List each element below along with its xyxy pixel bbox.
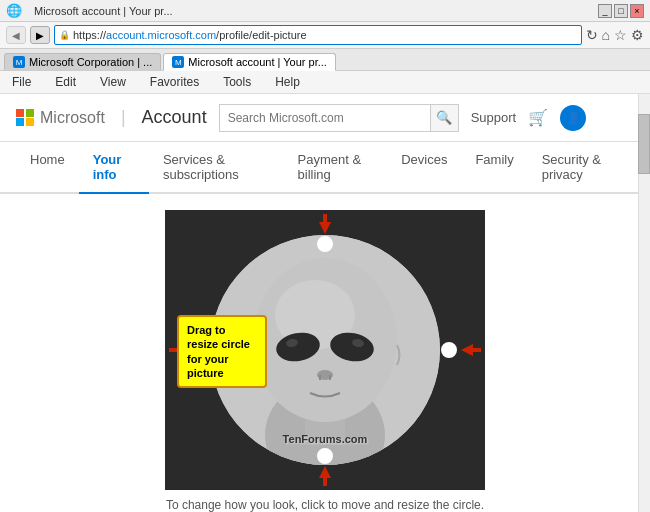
ms-logo-squares — [16, 109, 34, 127]
edit-caption: To change how you look, click to move an… — [166, 498, 484, 512]
logo-sq-green — [26, 109, 34, 117]
menu-bar: File Edit View Favorites Tools Help — [0, 71, 650, 94]
tab-2[interactable]: M Microsoft account | Your pr... — [163, 53, 336, 71]
logo-sq-yellow — [26, 118, 34, 126]
image-edit-container[interactable]: TenForums.com — [165, 210, 485, 490]
scrollbar-thumb[interactable] — [638, 114, 650, 174]
window-title: Microsoft account | Your pr... — [34, 5, 173, 17]
tab-2-label: Microsoft account | Your pr... — [188, 56, 327, 68]
ms-nav: Home Your info Services & subscriptions … — [0, 142, 650, 194]
svg-rect-14 — [323, 478, 327, 486]
tab-1-favicon: M — [13, 56, 25, 68]
watermark-text: TenForums.com — [283, 433, 368, 445]
right-handle-area — [441, 340, 481, 360]
scrollbar[interactable] — [638, 94, 650, 512]
right-resize-handle[interactable] — [441, 342, 457, 358]
address-text: https://account.microsoft.com/profile/ed… — [73, 29, 577, 41]
star-icon[interactable]: ☆ — [614, 27, 627, 43]
home-icon[interactable]: ⌂ — [602, 27, 610, 43]
close-button[interactable]: × — [630, 4, 644, 18]
address-bar[interactable]: 🔒 https://account.microsoft.com/profile/… — [54, 25, 582, 45]
svg-marker-15 — [319, 466, 331, 478]
drag-tooltip-text: Drag to resize circle for your picture — [187, 324, 250, 379]
page-content: Microsoft | Account 🔍 Support 🛒 👤 Home Y… — [0, 94, 650, 512]
svg-rect-13 — [323, 214, 327, 222]
lock-icon: 🔒 — [59, 30, 70, 40]
window-controls[interactable]: _ □ × — [598, 4, 644, 18]
nav-family[interactable]: Family — [461, 142, 527, 194]
settings-icon[interactable]: ⚙ — [631, 27, 644, 43]
nav-home[interactable]: Home — [16, 142, 79, 194]
user-avatar[interactable]: 👤 — [560, 105, 586, 131]
ms-search-box[interactable]: 🔍 — [219, 104, 459, 132]
back-button[interactable]: ◀ — [6, 26, 26, 44]
tab-1[interactable]: M Microsoft Corporation | ... — [4, 53, 161, 70]
nav-your-info[interactable]: Your info — [79, 142, 149, 194]
bottom-resize-handle[interactable] — [317, 448, 333, 464]
menu-help[interactable]: Help — [271, 73, 304, 91]
menu-edit[interactable]: Edit — [51, 73, 80, 91]
ms-header-right: Support 🛒 👤 — [471, 105, 587, 131]
window-titlebar: 🌐 Microsoft account | Your pr... _ □ × — [0, 0, 650, 22]
address-path: /profile/edit-picture — [216, 29, 307, 41]
tab-1-label: Microsoft Corporation | ... — [29, 56, 152, 68]
svg-marker-18 — [461, 344, 473, 356]
top-resize-handle[interactable] — [317, 236, 333, 252]
forward-button[interactable]: ▶ — [30, 26, 50, 44]
bottom-arrow-svg — [315, 462, 335, 486]
minimize-button[interactable]: _ — [598, 4, 612, 18]
maximize-button[interactable]: □ — [614, 4, 628, 18]
tab-bar: M Microsoft Corporation | ... M Microsof… — [0, 49, 650, 71]
header-account-text: Account — [142, 107, 207, 128]
drag-tooltip: Drag to resize circle for your picture — [177, 315, 267, 388]
menu-tools[interactable]: Tools — [219, 73, 255, 91]
search-input[interactable] — [220, 105, 430, 131]
nav-services[interactable]: Services & subscriptions — [149, 142, 284, 194]
logo-sq-blue — [16, 118, 24, 126]
address-prefix: https:// — [73, 29, 106, 41]
browser-toolbar: ◀ ▶ 🔒 https://account.microsoft.com/prof… — [0, 22, 650, 49]
top-arrow-svg — [315, 214, 335, 238]
ms-logo-text: Microsoft — [40, 109, 105, 127]
menu-favorites[interactable]: Favorites — [146, 73, 203, 91]
svg-rect-19 — [473, 348, 481, 352]
browser-favicon: 🌐 — [6, 3, 22, 18]
ms-header: Microsoft | Account 🔍 Support 🛒 👤 — [0, 94, 650, 142]
menu-file[interactable]: File — [8, 73, 35, 91]
search-button[interactable]: 🔍 — [430, 105, 458, 131]
nav-payment[interactable]: Payment & billing — [284, 142, 388, 194]
titlebar-left: 🌐 Microsoft account | Your pr... — [6, 3, 173, 18]
logo-sq-red — [16, 109, 24, 117]
nav-security[interactable]: Security & privacy — [528, 142, 634, 194]
header-divider: | — [121, 107, 126, 128]
refresh-icon[interactable]: ↻ — [586, 27, 598, 43]
svg-rect-16 — [169, 348, 177, 352]
edit-picture-area: TenForums.com — [0, 194, 650, 512]
browser-icons: ↻ ⌂ ☆ ⚙ — [586, 27, 644, 43]
right-arrow-svg — [457, 340, 481, 360]
svg-marker-12 — [319, 222, 331, 234]
support-link[interactable]: Support — [471, 110, 517, 125]
nav-devices[interactable]: Devices — [387, 142, 461, 194]
menu-view[interactable]: View — [96, 73, 130, 91]
top-handle-area — [315, 214, 335, 252]
tab-2-favicon: M — [172, 56, 184, 68]
address-domain: account.microsoft.com — [106, 29, 216, 41]
ms-logo: Microsoft — [16, 109, 105, 127]
bottom-handle-area — [315, 448, 335, 486]
cart-icon[interactable]: 🛒 — [528, 108, 548, 127]
